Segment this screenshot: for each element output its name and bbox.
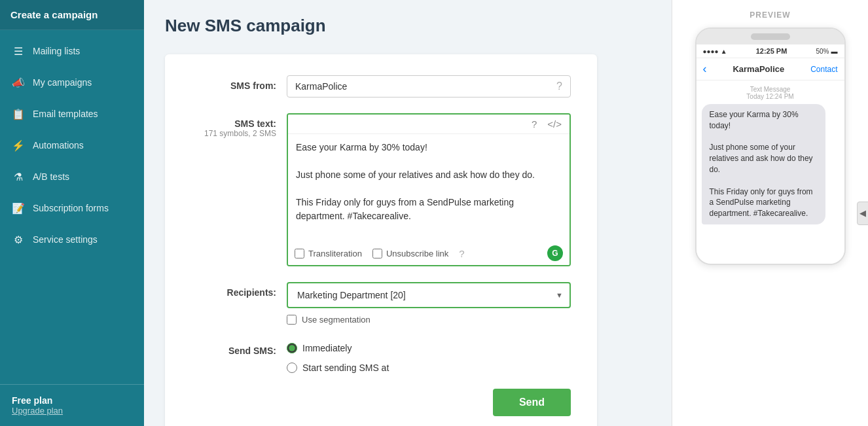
phone-mockup: ●●●● ▲ 12:25 PM 50% ▬ ‹ KarmaPolice Cont…	[695, 27, 846, 265]
recipients-select-wrapper: Marketing Department [20] All subscriber…	[287, 282, 571, 308]
phone-timestamp: Text Message Today 12:24 PM	[702, 86, 839, 100]
unsubscribe-link-checkbox[interactable]	[372, 249, 382, 258]
sidebar-nav: ☰ Mailing lists 📣 My campaigns 📋 Email t…	[0, 30, 144, 384]
recipients-row: Recipients: Marketing Department [20] Al…	[191, 282, 571, 325]
plan-name: Free plan	[12, 395, 132, 406]
phone-status-left: ●●●● ▲	[703, 48, 727, 55]
transliteration-checkbox[interactable]	[295, 249, 304, 258]
sidebar-item-label: A/B tests	[33, 171, 69, 182]
preview-collapse-btn[interactable]: ◀	[857, 202, 868, 225]
page-title: New SMS campaign	[165, 16, 651, 36]
sidebar: Create a campaign ☰ Mailing lists 📣 My c…	[0, 0, 144, 426]
create-campaign-button[interactable]: Create a campaign	[0, 0, 144, 30]
textarea-toolbar: ? </>	[288, 115, 570, 134]
email-templates-icon: 📋	[12, 107, 25, 120]
grammarly-icon: G	[547, 245, 563, 261]
recipients-label: Recipients:	[191, 282, 276, 298]
wifi-icon: ▲	[721, 48, 727, 55]
sms-from-input[interactable]	[295, 81, 556, 92]
phone-contact-name: KarmaPolice	[732, 64, 784, 74]
sidebar-item-service-settings[interactable]: ⚙ Service settings	[0, 224, 144, 255]
signal-dots: ●●●●	[703, 48, 719, 55]
code-icon-btn[interactable]: </>	[545, 117, 564, 131]
sms-text-input[interactable]: Ease your Karma by 30% today! Just phone…	[288, 134, 570, 239]
ab-tests-icon: ⚗	[12, 170, 25, 183]
phone-status-bar: ●●●● ▲ 12:25 PM 50% ▬	[696, 44, 844, 58]
sms-text-wrapper: ? </> Ease your Karma by 30% today! Just…	[287, 113, 571, 266]
sidebar-item-label: Automations	[33, 140, 84, 151]
phone-message-bubble: Ease your Karma by 30% today! Just phone…	[702, 104, 825, 224]
recipients-field: Marketing Department [20] All subscriber…	[287, 282, 571, 325]
send-immediately-label[interactable]: Immediately	[287, 343, 571, 353]
automations-icon: ⚡	[12, 139, 25, 152]
send-sms-field: Immediately Start sending SMS at	[287, 340, 571, 373]
phone-back-btn: ‹	[703, 62, 707, 76]
sidebar-item-subscription-forms[interactable]: 📝 Subscription forms	[0, 192, 144, 224]
unsubscribe-link-checkbox-label[interactable]: Unsubscribe link	[372, 249, 448, 258]
sms-campaign-form: SMS from: ? SMS text: 171 symbols, 2 SMS…	[165, 54, 597, 426]
battery-level: 50%	[816, 48, 829, 55]
my-campaigns-icon: 📣	[12, 76, 25, 89]
send-immediately-radio[interactable]	[287, 343, 297, 353]
sms-text-sub: 171 symbols, 2 SMS	[191, 129, 276, 138]
phone-contact-link: Contact	[810, 65, 837, 74]
phone-top-bar	[696, 29, 844, 44]
phone-time: 12:25 PM	[756, 47, 787, 55]
subscription-forms-icon: 📝	[12, 202, 25, 215]
use-segmentation-checkbox[interactable]	[287, 315, 297, 325]
textarea-footer: Transliteration Unsubscribe link ? G	[288, 241, 570, 265]
recipients-select[interactable]: Marketing Department [20] All subscriber…	[287, 282, 571, 308]
sidebar-item-label: My campaigns	[33, 77, 92, 88]
sidebar-item-email-templates[interactable]: 📋 Email templates	[0, 98, 144, 130]
sidebar-item-automations[interactable]: ⚡ Automations	[0, 130, 144, 161]
sidebar-item-my-campaigns[interactable]: 📣 My campaigns	[0, 67, 144, 98]
use-segmentation-label[interactable]: Use segmentation	[287, 315, 571, 325]
form-actions: Send	[191, 389, 571, 416]
transliteration-checkbox-label[interactable]: Transliteration	[295, 249, 362, 258]
phone-messages: Text Message Today 12:24 PM Ease your Ka…	[696, 80, 844, 264]
sidebar-item-label: Service settings	[33, 234, 98, 245]
sms-from-input-wrapper: ?	[287, 75, 571, 98]
sms-text-label: SMS text: 171 symbols, 2 SMS	[191, 113, 276, 138]
battery-icon: ▬	[831, 48, 837, 55]
service-settings-icon: ⚙	[12, 233, 25, 246]
sms-from-field: ?	[287, 75, 571, 98]
send-scheduled-radio[interactable]	[287, 363, 297, 373]
unsubscribe-help-icon[interactable]: ?	[459, 248, 464, 259]
sms-from-help-icon[interactable]: ?	[556, 80, 562, 92]
sidebar-item-label: Subscription forms	[33, 203, 109, 213]
sidebar-item-label: Email templates	[33, 109, 98, 119]
send-sms-row: Send SMS: Immediately Start sending SMS …	[191, 340, 571, 373]
send-sms-options: Immediately Start sending SMS at	[287, 340, 571, 373]
send-scheduled-label[interactable]: Start sending SMS at	[287, 363, 571, 373]
preview-label: PREVIEW	[750, 10, 790, 20]
sms-text-row: SMS text: 171 symbols, 2 SMS ? </> Ease …	[191, 113, 571, 266]
sidebar-item-label: Mailing lists	[33, 46, 80, 56]
main-content: New SMS campaign SMS from: ? SMS text: 1…	[144, 0, 672, 426]
preview-panel: PREVIEW ◀ ●●●● ▲ 12:25 PM 50% ▬ ‹ KarmaP…	[672, 0, 868, 426]
mailing-lists-icon: ☰	[12, 44, 25, 58]
sms-from-label: SMS from:	[191, 75, 276, 91]
upgrade-link[interactable]: Upgrade plan	[12, 406, 132, 416]
sms-from-row: SMS from: ?	[191, 75, 571, 98]
sidebar-item-mailing-lists[interactable]: ☰ Mailing lists	[0, 35, 144, 67]
phone-status-right: 50% ▬	[816, 48, 837, 55]
send-sms-label: Send SMS:	[191, 340, 276, 356]
sidebar-footer: Free plan Upgrade plan	[0, 384, 144, 426]
send-button[interactable]: Send	[493, 389, 571, 416]
sidebar-item-ab-tests[interactable]: ⚗ A/B tests	[0, 161, 144, 192]
sms-text-field: ? </> Ease your Karma by 30% today! Just…	[287, 113, 571, 266]
phone-notch	[751, 33, 790, 40]
phone-header: ‹ KarmaPolice Contact	[696, 58, 844, 80]
help-icon-btn[interactable]: ?	[529, 117, 539, 131]
